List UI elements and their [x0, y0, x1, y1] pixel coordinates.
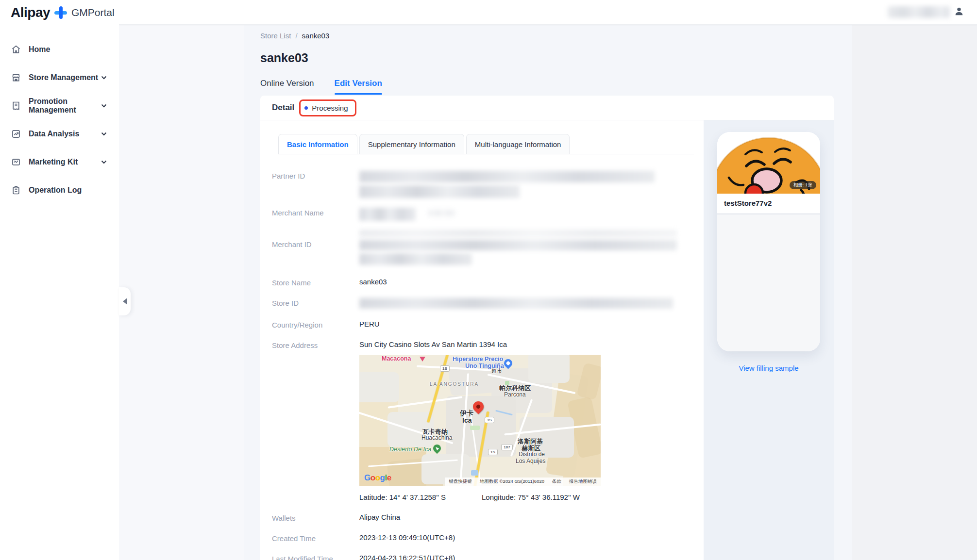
redacted-block	[359, 171, 655, 182]
detail-card-body: Basic Information Supplementary Informat…	[260, 120, 834, 560]
tab-edit-version[interactable]: Edit Version	[335, 79, 382, 95]
google-logo[interactable]: Google	[364, 473, 391, 483]
field-value-redacted	[359, 298, 673, 309]
form-column: Basic Information Supplementary Informat…	[260, 120, 704, 560]
map-label-hiperstore-cn: 超市	[491, 367, 502, 375]
map-marker-macacona	[420, 357, 425, 362]
address-value: Sun City Casino Slots Av San Martin 1394…	[359, 340, 704, 348]
map-keyboard-shortcuts[interactable]: 键盘快捷键	[449, 478, 472, 485]
redacted-block	[359, 240, 677, 250]
sidebar-item-label: Data Analysis	[29, 130, 101, 138]
page-container: Store List / sanke03 sanke03 Online Vers…	[244, 25, 852, 560]
field-label: Merchant Name	[272, 208, 359, 221]
sidebar-item-data-analysis[interactable]: Data Analysis	[0, 120, 119, 148]
breadcrumb-separator: /	[295, 32, 297, 40]
view-filling-sample-link[interactable]: View filling sample	[739, 364, 798, 372]
version-tabs: Online Version Edit Version	[260, 79, 835, 95]
user-icon[interactable]	[954, 6, 964, 18]
field-label: Country/Region	[272, 320, 359, 329]
gmportal-logo-text: GMPortal	[71, 7, 115, 18]
field-value-redacted	[359, 208, 455, 221]
sidebar-item-promotion-management[interactable]: Promotion Management	[0, 92, 119, 120]
breadcrumb-current: sanke03	[302, 32, 330, 40]
map-marker-desierto	[432, 443, 443, 454]
sidebar-nav: Home Store Management Promotion Manageme…	[0, 25, 119, 204]
map-label-macacona: Macacona	[382, 355, 411, 362]
redacted-block	[359, 253, 472, 265]
sidebar: Alipay GMPortal Home Store Management	[0, 0, 119, 560]
row-store-address: Store Address Sun City Casino Slots Av S…	[272, 340, 704, 501]
detail-title: Detail	[272, 103, 294, 113]
field-label: Partner ID	[272, 171, 359, 198]
photo-count-badge: 相册: 1张	[790, 181, 816, 189]
tab-multilanguage-information[interactable]: Multi-language Information	[466, 134, 570, 154]
row-country: Country/Region PERU	[272, 320, 704, 329]
home-icon	[11, 44, 21, 55]
map-route-shield-1s: 1S	[440, 365, 450, 372]
alipay-plus-icon	[54, 6, 67, 19]
row-store-id: Store ID	[272, 298, 704, 309]
last-modified-value: 2024-04-23 16:22:51(UTC+8)	[359, 554, 455, 560]
wallets-value: Alipay China	[359, 513, 400, 522]
media-icon	[11, 157, 21, 167]
tab-supplementary-information[interactable]: Supplementary Information	[359, 134, 464, 154]
field-label: Merchant ID	[272, 230, 359, 265]
sidebar-item-marketing-kit[interactable]: Marketing Kit	[0, 148, 119, 176]
coordinates-row: Latitude: 14° 4' 37.1258'' S Longitude: …	[359, 493, 704, 501]
topbar	[119, 0, 977, 25]
map-label-huacachina: Huacachina	[421, 434, 452, 441]
user-account-blurred[interactable]	[888, 6, 950, 18]
map-report-error-link[interactable]: 报告地图错误	[569, 478, 597, 485]
field-label: Store Name	[272, 278, 359, 287]
map-label-la-angostura: LA ANGOSTURA	[430, 381, 479, 387]
store-preview-panel: 相册: 1张 testStore77v2 View filling sample	[704, 120, 834, 560]
map-data-attribution: 地图数据 ©2024 GS(2011)6020	[480, 478, 544, 485]
sidebar-collapse-handle[interactable]	[119, 287, 131, 315]
row-merchant-name: Merchant Name	[272, 208, 704, 221]
redacted-block	[428, 210, 455, 216]
map-urban	[359, 372, 399, 402]
info-tabs: Basic Information Supplementary Informat…	[278, 134, 694, 154]
field-label: Wallets	[272, 513, 359, 522]
right-gutter	[852, 25, 977, 560]
app-root: Alipay GMPortal Home Store Management	[0, 0, 977, 560]
map-park	[470, 426, 480, 430]
map-label-ica: Ica	[462, 416, 472, 424]
field-rows: Partner ID Merchant Name	[272, 171, 704, 560]
field-label: Created Time	[272, 533, 359, 543]
tab-online-version[interactable]: Online Version	[260, 79, 314, 95]
store-preview-card: 相册: 1张 testStore77v2	[717, 132, 820, 351]
tab-basic-information[interactable]: Basic Information	[278, 134, 357, 154]
field-label: Store ID	[272, 298, 359, 309]
map-label-desierto: Desierto De Ica	[389, 446, 431, 453]
map-label-aquijes-2: Los Aquijes	[516, 458, 545, 464]
map-route-shield-1s: 1S	[485, 417, 494, 423]
status-dot-icon	[304, 106, 308, 110]
map-route-shield-107: 107	[501, 444, 513, 450]
detail-card: Detail Processing Basic Information Supp…	[260, 96, 834, 560]
status-processing: Processing	[312, 104, 348, 112]
field-value-redacted	[359, 230, 677, 265]
google-map[interactable]: Macacona Hiperstore Precio Uno Tinguiña …	[359, 355, 601, 486]
field-label: Store Address	[272, 340, 359, 501]
clipboard-icon	[11, 185, 21, 196]
breadcrumb-store-list[interactable]: Store List	[260, 32, 291, 40]
store-name-value: sanke03	[359, 278, 387, 287]
store-photo: 相册: 1张	[717, 132, 820, 194]
row-last-modified-time: Last Modified Time 2024-04-23 16:22:51(U…	[272, 554, 704, 560]
sidebar-item-store-management[interactable]: Store Management	[0, 64, 119, 92]
field-value-redacted	[359, 171, 655, 198]
sidebar-item-operation-log[interactable]: Operation Log	[0, 176, 119, 204]
redacted-block	[359, 208, 416, 221]
preview-body-placeholder	[717, 215, 820, 351]
row-store-name: Store Name sanke03	[272, 278, 704, 287]
country-value: PERU	[359, 320, 380, 329]
map-terms-link[interactable]: 条款	[552, 478, 561, 485]
sidebar-item-label: Home	[29, 45, 107, 54]
collapse-left-icon	[123, 298, 127, 305]
row-merchant-id: Merchant ID	[272, 230, 704, 265]
map-attribution: 键盘快捷键 地图数据 ©2024 GS(2011)6020 条款 报告地图错误	[445, 478, 601, 486]
map-water	[471, 470, 478, 476]
redacted-block	[359, 185, 520, 198]
sidebar-item-home[interactable]: Home	[0, 35, 119, 64]
